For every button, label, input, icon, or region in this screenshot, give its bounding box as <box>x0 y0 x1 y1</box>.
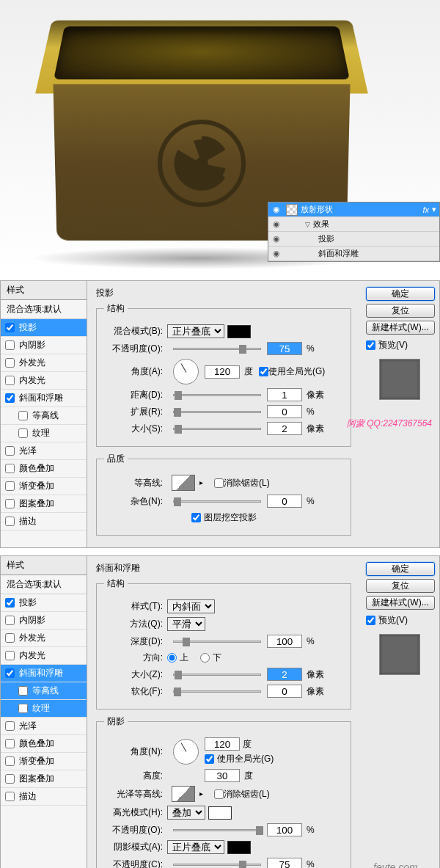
style-color-overlay[interactable]: 颜色叠加 <box>1 460 87 478</box>
style-pattern-overlay[interactable]: 图案叠加 <box>1 495 87 513</box>
layer-effects-row[interactable]: ◉ ▽ 效果 <box>268 217 439 232</box>
style-stroke[interactable]: 描边 <box>1 513 87 530</box>
checkbox[interactable] <box>5 393 15 403</box>
checkbox[interactable] <box>5 792 15 801</box>
shadow-mode-select[interactable]: 正片叠底 <box>167 840 224 854</box>
direction-down-radio[interactable] <box>200 653 210 663</box>
shadow-opacity-input[interactable] <box>267 858 302 868</box>
style-color-overlay[interactable]: 颜色叠加 <box>1 735 87 753</box>
checkbox[interactable] <box>18 411 28 420</box>
color-swatch[interactable] <box>227 325 251 338</box>
checkbox[interactable] <box>5 756 15 766</box>
antialias-checkbox[interactable] <box>214 789 224 799</box>
cancel-button[interactable]: 复位 <box>366 579 435 593</box>
direction-up-radio[interactable] <box>167 653 177 663</box>
new-style-button[interactable]: 新建样式(W)... <box>366 596 435 610</box>
shadow-color-swatch[interactable] <box>227 841 251 854</box>
layer-row-selected[interactable]: ◉ 放射形状 fx ▾ <box>268 203 439 217</box>
style-pattern-overlay[interactable]: 图案叠加 <box>1 770 87 788</box>
checkbox[interactable] <box>5 358 15 368</box>
checkbox[interactable] <box>5 499 15 508</box>
style-texture[interactable]: 纹理 <box>1 700 87 718</box>
checkbox[interactable] <box>5 376 15 385</box>
checkbox[interactable] <box>5 446 15 456</box>
checkbox[interactable] <box>18 428 28 438</box>
checkbox[interactable] <box>5 739 15 748</box>
style-gradient-overlay[interactable]: 渐变叠加 <box>1 478 87 495</box>
style-inner-glow[interactable]: 内发光 <box>1 372 87 390</box>
contour-picker[interactable] <box>172 475 195 491</box>
opacity-slider[interactable] <box>173 348 261 350</box>
opacity-input[interactable] <box>267 342 302 355</box>
style-satin[interactable]: 光泽 <box>1 718 87 735</box>
ok-button[interactable]: 确定 <box>366 562 435 576</box>
soften-slider[interactable] <box>173 690 261 693</box>
checkbox[interactable] <box>5 323 15 332</box>
highlight-mode-select[interactable]: 叠加 <box>167 806 205 820</box>
highlight-opacity-input[interactable] <box>267 823 302 836</box>
style-inner-shadow[interactable]: 内阴影 <box>1 337 87 354</box>
highlight-color-swatch[interactable] <box>208 806 232 820</box>
style-drop-shadow[interactable]: 投影 <box>1 594 87 612</box>
checkbox[interactable] <box>5 721 15 731</box>
angle-dial[interactable] <box>173 739 199 765</box>
style-inner-shadow[interactable]: 内阴影 <box>1 612 87 630</box>
gloss-contour-picker[interactable] <box>172 786 195 802</box>
style-stroke[interactable]: 描边 <box>1 788 87 806</box>
style-outer-glow[interactable]: 外发光 <box>1 630 87 647</box>
checkbox[interactable] <box>5 481 15 491</box>
global-light-checkbox[interactable] <box>205 754 214 764</box>
style-select[interactable]: 内斜面 <box>167 599 215 613</box>
style-satin[interactable]: 光泽 <box>1 442 87 460</box>
style-contour[interactable]: 等高线 <box>1 682 87 700</box>
depth-input[interactable] <box>267 635 302 648</box>
soften-input[interactable] <box>267 685 302 698</box>
style-outer-glow[interactable]: 外发光 <box>1 354 87 372</box>
size-slider[interactable] <box>173 428 261 430</box>
checkbox[interactable] <box>5 464 15 473</box>
angle-input[interactable] <box>205 365 240 379</box>
blend-options[interactable]: 混合选项:默认 <box>1 575 87 594</box>
highlight-opacity-slider[interactable] <box>173 829 261 831</box>
style-bevel[interactable]: 斜面和浮雕 <box>1 665 87 682</box>
technique-select[interactable]: 平滑 <box>167 617 205 631</box>
checkbox[interactable] <box>5 668 15 678</box>
blend-mode-select[interactable]: 正片叠底 <box>167 324 224 338</box>
noise-slider[interactable] <box>173 500 261 503</box>
checkbox[interactable] <box>5 340 15 350</box>
global-light-checkbox[interactable] <box>259 367 268 376</box>
style-drop-shadow[interactable]: 投影 <box>1 319 87 337</box>
checkbox[interactable] <box>18 704 28 713</box>
checkbox[interactable] <box>5 598 15 608</box>
angle-dial[interactable] <box>173 359 199 384</box>
blend-options[interactable]: 混合选项:默认 <box>1 300 87 319</box>
layer-effect-bevel[interactable]: ◉ 斜面和浮雕 <box>268 247 439 261</box>
visibility-icon[interactable]: ◉ <box>270 249 283 258</box>
size-slider[interactable] <box>173 674 261 676</box>
style-bevel[interactable]: 斜面和浮雕 <box>1 390 87 407</box>
style-inner-glow[interactable]: 内发光 <box>1 647 87 665</box>
visibility-icon[interactable]: ◉ <box>270 234 283 244</box>
noise-input[interactable] <box>267 495 302 508</box>
preview-checkbox[interactable] <box>366 340 375 350</box>
checkbox[interactable] <box>5 633 15 643</box>
spread-slider[interactable] <box>173 411 261 413</box>
ok-button[interactable]: 确定 <box>366 287 435 301</box>
chevron-down-icon[interactable]: ▾ <box>432 205 436 214</box>
fx-badge[interactable]: fx <box>422 205 429 214</box>
distance-slider[interactable] <box>173 394 261 396</box>
cancel-button[interactable]: 复位 <box>366 304 435 318</box>
style-contour[interactable]: 等高线 <box>1 407 87 425</box>
checkbox[interactable] <box>5 651 15 660</box>
altitude-input[interactable] <box>205 769 240 782</box>
checkbox[interactable] <box>5 774 15 784</box>
preview-checkbox[interactable] <box>366 616 375 625</box>
checkbox[interactable] <box>5 517 15 526</box>
layer-effect-dropshadow[interactable]: ◉ 投影 <box>268 232 439 247</box>
depth-slider[interactable] <box>173 641 261 643</box>
checkbox[interactable] <box>18 686 28 696</box>
expand-icon[interactable]: ▽ <box>305 221 310 228</box>
shadow-opacity-slider[interactable] <box>173 864 261 866</box>
visibility-icon[interactable]: ◉ <box>270 219 283 229</box>
size-input[interactable] <box>267 422 302 435</box>
